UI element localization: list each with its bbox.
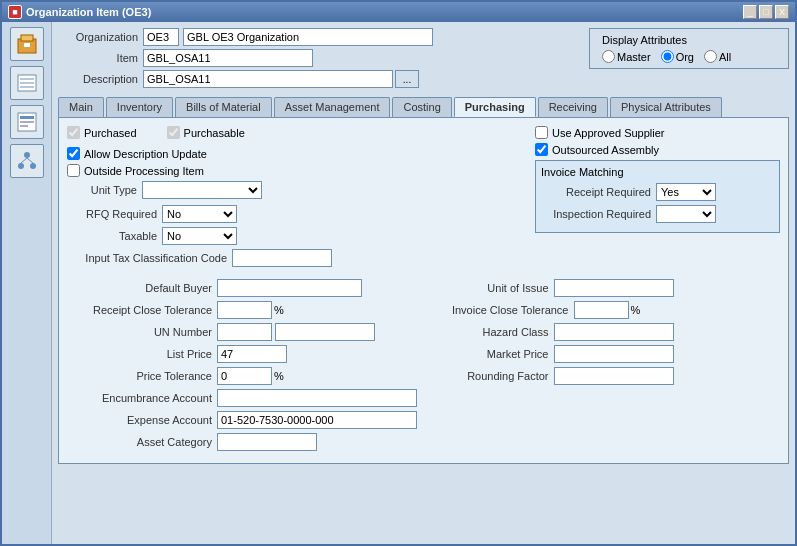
price-tolerance-row: Price Tolerance % <box>67 367 419 385</box>
rounding-factor-label: Rounding Factor <box>429 370 549 382</box>
encumbrance-account-input[interactable] <box>217 389 417 407</box>
window-title: Organization Item (OE3) <box>26 6 151 18</box>
taxable-label: Taxable <box>67 230 157 242</box>
unit-of-issue-input[interactable] <box>554 279 674 297</box>
use-approved-supplier-checkbox[interactable] <box>535 126 548 139</box>
outsourced-assembly-label: Outsourced Assembly <box>552 144 659 156</box>
svg-line-15 <box>27 158 33 163</box>
window-controls: _ □ X <box>743 5 789 19</box>
unit-of-issue-label: Unit of Issue <box>429 282 549 294</box>
org-name-input[interactable] <box>183 28 433 46</box>
invoice-close-pct: % <box>631 304 641 316</box>
tab-purchasing-content: Purchased Purchasable Allow Description … <box>58 117 789 464</box>
close-button[interactable]: X <box>775 5 789 19</box>
tab-asset-management[interactable]: Asset Management <box>274 97 391 117</box>
window-icon: ■ <box>8 5 22 19</box>
title-bar: ■ Organization Item (OE3) _ □ X <box>2 2 795 22</box>
default-buyer-input[interactable] <box>217 279 362 297</box>
tab-receiving[interactable]: Receiving <box>538 97 608 117</box>
allow-desc-checkbox[interactable] <box>67 147 80 160</box>
desc-button[interactable]: ... <box>395 70 419 88</box>
desc-input[interactable] <box>143 70 393 88</box>
purchasable-row: Purchasable <box>167 126 245 139</box>
rounding-factor-row: Rounding Factor <box>429 367 781 385</box>
master-radio[interactable] <box>602 50 615 63</box>
all-radio[interactable] <box>704 50 717 63</box>
sidebar-tree-button[interactable] <box>10 144 44 178</box>
market-price-input[interactable] <box>554 345 674 363</box>
taxable-select[interactable]: No Yes <box>162 227 237 245</box>
sidebar-form-button[interactable] <box>10 105 44 139</box>
all-radio-label[interactable]: All <box>704 50 731 63</box>
org-radio-label[interactable]: Org <box>661 50 694 63</box>
svg-point-12 <box>18 163 24 169</box>
un-number-input2[interactable] <box>275 323 375 341</box>
un-number-input1[interactable] <box>217 323 272 341</box>
purchasable-label: Purchasable <box>184 127 245 139</box>
svg-line-14 <box>21 158 27 163</box>
encumbrance-account-label: Encumbrance Account <box>67 392 212 404</box>
item-input[interactable] <box>143 49 313 67</box>
svg-rect-8 <box>20 116 34 119</box>
outside-processing-checkbox[interactable] <box>67 164 80 177</box>
org-radio[interactable] <box>661 50 674 63</box>
desc-label: Description <box>58 73 138 85</box>
hazard-class-row: Hazard Class <box>429 323 781 341</box>
input-tax-input[interactable] <box>232 249 332 267</box>
allow-desc-row: Allow Description Update <box>67 147 515 160</box>
org-label: Organization <box>58 31 138 43</box>
purchasable-checkbox <box>167 126 180 139</box>
inspection-required-select[interactable]: Yes No <box>656 205 716 223</box>
display-attrs-panel: Display Attributes Master Org All <box>589 28 789 69</box>
rfq-required-row: RFQ Required No Yes <box>67 205 515 223</box>
svg-point-11 <box>24 152 30 158</box>
expense-account-input[interactable] <box>217 411 417 429</box>
tab-main[interactable]: Main <box>58 97 104 117</box>
master-radio-label[interactable]: Master <box>602 50 651 63</box>
receipt-required-select[interactable]: Yes No <box>656 183 716 201</box>
hazard-class-input[interactable] <box>554 323 674 341</box>
list-price-row: List Price <box>67 345 419 363</box>
list-price-input[interactable] <box>217 345 287 363</box>
un-number-label: UN Number <box>67 326 212 338</box>
rounding-factor-input[interactable] <box>554 367 674 385</box>
inspection-required-row: Inspection Required Yes No <box>541 205 774 223</box>
use-approved-supplier-label: Use Approved Supplier <box>552 127 665 139</box>
svg-rect-10 <box>20 125 28 127</box>
receipt-close-tolerance-label: Receipt Close Tolerance <box>67 304 212 316</box>
tab-bills-of-material[interactable]: Bills of Material <box>175 97 272 117</box>
outsourced-assembly-checkbox[interactable] <box>535 143 548 156</box>
input-tax-label: Input Tax Classification Code <box>67 252 227 264</box>
tab-costing[interactable]: Costing <box>392 97 451 117</box>
purchased-row: Purchased <box>67 126 137 139</box>
unit-of-issue-row: Unit of Issue <box>429 279 781 297</box>
list-price-label: List Price <box>67 348 212 360</box>
org-code-input[interactable] <box>143 28 179 46</box>
minimize-button[interactable]: _ <box>743 5 757 19</box>
un-number-row: UN Number <box>67 323 419 341</box>
maximize-button[interactable]: □ <box>759 5 773 19</box>
rfq-required-select[interactable]: No Yes <box>162 205 237 223</box>
rfq-required-label: RFQ Required <box>67 208 157 220</box>
display-attrs-radios: Master Org All <box>602 50 776 63</box>
asset-category-input[interactable] <box>217 433 317 451</box>
expense-account-label: Expense Account <box>67 414 212 426</box>
sidebar-list-button[interactable] <box>10 66 44 100</box>
encumbrance-account-row: Encumbrance Account <box>67 389 419 407</box>
receipt-close-tolerance-row: Receipt Close Tolerance % <box>67 301 419 319</box>
unit-type-select[interactable] <box>142 181 262 199</box>
header-fields: Organization Item Description ... <box>58 28 579 91</box>
receipt-close-tolerance-input[interactable] <box>217 301 272 319</box>
tab-purchasing[interactable]: Purchasing <box>454 97 536 117</box>
tab-physical-attributes[interactable]: Physical Attributes <box>610 97 722 117</box>
purchasing-right: Use Approved Supplier Outsourced Assembl… <box>535 126 780 271</box>
tab-inventory[interactable]: Inventory <box>106 97 173 117</box>
price-tolerance-input[interactable] <box>217 367 272 385</box>
svg-point-13 <box>30 163 36 169</box>
svg-rect-9 <box>20 121 34 123</box>
taxable-row: Taxable No Yes <box>67 227 515 245</box>
sidebar-org-button[interactable] <box>10 27 44 61</box>
outsourced-assembly-row: Outsourced Assembly <box>535 143 780 156</box>
unit-type-label: Unit Type <box>67 184 137 196</box>
invoice-close-tolerance-input[interactable] <box>574 301 629 319</box>
